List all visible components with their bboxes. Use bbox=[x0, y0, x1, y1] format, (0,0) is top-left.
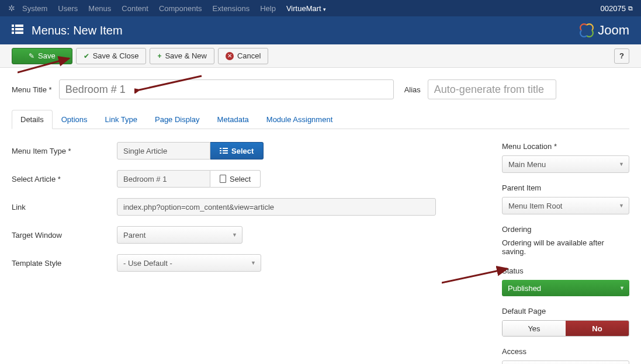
details-form: Menu Item Type * Single Article Select S… bbox=[12, 142, 479, 364]
chevron-down-icon: ▼ bbox=[232, 232, 237, 238]
template-style-value: - Use Default - bbox=[123, 259, 172, 268]
status-select[interactable]: Published ▼ bbox=[502, 280, 629, 296]
default-page-label: Default Page bbox=[502, 307, 629, 316]
tab-link-type[interactable]: Link Type bbox=[96, 110, 146, 129]
svg-rect-1 bbox=[15, 25, 23, 27]
nav-content[interactable]: Content bbox=[122, 4, 148, 13]
parent-item-select[interactable]: Menu Item Root ▼ bbox=[502, 197, 629, 214]
action-toolbar: ✎ Save ✔ Save & Close + Save & New ✕ Can… bbox=[0, 44, 641, 68]
joomla-glyph-icon: ✲ bbox=[8, 4, 15, 13]
template-style-label: Template Style bbox=[12, 259, 117, 268]
parent-item-label: Parent Item bbox=[502, 183, 629, 192]
default-page-no[interactable]: No bbox=[566, 321, 629, 336]
svg-rect-11 bbox=[223, 152, 228, 154]
target-window-select[interactable]: Parent ▼ bbox=[117, 226, 242, 244]
ordering-note: Ordering will be available after saving. bbox=[502, 238, 629, 256]
svg-rect-8 bbox=[220, 150, 221, 151]
status-value: Published bbox=[508, 284, 541, 293]
cancel-button[interactable]: ✕ Cancel bbox=[218, 48, 268, 64]
chevron-down-icon: ▼ bbox=[251, 260, 256, 266]
chevron-down-icon: ▼ bbox=[619, 161, 624, 167]
tab-bar: Details Options Link Type Page Display M… bbox=[12, 110, 629, 129]
caret-down-icon: ▾ bbox=[323, 6, 326, 12]
default-page-toggle: Yes No bbox=[502, 320, 629, 337]
link-value: index.php?option=com_content&view=articl… bbox=[117, 198, 436, 216]
list-icon bbox=[12, 25, 23, 37]
cancel-icon: ✕ bbox=[226, 52, 234, 60]
svg-rect-4 bbox=[12, 32, 14, 34]
svg-rect-2 bbox=[12, 28, 14, 30]
nav-help[interactable]: Help bbox=[260, 4, 276, 13]
joomla-brand-text: Joom bbox=[598, 23, 629, 38]
svg-rect-6 bbox=[220, 148, 221, 149]
tab-options[interactable]: Options bbox=[53, 110, 96, 129]
target-window-label: Target Window bbox=[12, 231, 117, 240]
select-article-action-label: Select bbox=[230, 175, 251, 183]
svg-rect-10 bbox=[220, 152, 221, 154]
menu-item-type-select-button[interactable]: Select bbox=[210, 142, 264, 160]
svg-rect-3 bbox=[15, 28, 23, 30]
nav-virtuemart[interactable]: VirtueMart▾ bbox=[286, 4, 326, 13]
tab-metadata[interactable]: Metadata bbox=[209, 110, 258, 129]
cancel-label: Cancel bbox=[237, 51, 261, 60]
help-button[interactable]: ? bbox=[614, 48, 629, 64]
ordering-label: Ordering bbox=[502, 225, 629, 234]
chevron-down-icon: ▼ bbox=[619, 285, 625, 291]
svg-rect-7 bbox=[223, 148, 228, 149]
menu-item-type-value: Single Article bbox=[117, 142, 210, 160]
external-link-icon: ⧉ bbox=[628, 5, 633, 12]
menu-location-value: Main Menu bbox=[508, 160, 546, 169]
joomla-logo-icon bbox=[579, 23, 594, 38]
menu-title-label: Menu Title * bbox=[12, 85, 52, 94]
tab-module-assignment[interactable]: Module Assignment bbox=[258, 110, 341, 129]
nav-system[interactable]: System bbox=[22, 4, 47, 13]
select-article-value: Bedroom # 1 bbox=[117, 170, 210, 188]
menu-location-select[interactable]: Main Menu ▼ bbox=[502, 155, 629, 173]
menu-location-label: Menu Location * bbox=[502, 142, 629, 151]
access-label: Access bbox=[502, 347, 629, 356]
admin-top-nav: ✲ System Users Menus Content Components … bbox=[0, 0, 641, 16]
alias-input[interactable] bbox=[428, 79, 556, 99]
save-label: Save bbox=[38, 51, 56, 60]
joomla-brand: Joom bbox=[579, 23, 629, 38]
check-icon: ✔ bbox=[84, 52, 89, 60]
svg-rect-9 bbox=[223, 150, 228, 151]
page-title: Menus: New Item bbox=[32, 24, 123, 37]
status-label: Status bbox=[502, 266, 629, 275]
template-style-select[interactable]: - Use Default - ▼ bbox=[117, 254, 261, 272]
chevron-down-icon: ▼ bbox=[619, 203, 624, 209]
main-area: Menu Item Type * Single Article Select S… bbox=[12, 142, 629, 364]
list-select-icon bbox=[220, 147, 228, 155]
tab-details[interactable]: Details bbox=[12, 110, 53, 129]
select-article-button[interactable]: Select bbox=[210, 170, 261, 188]
link-label: Link bbox=[12, 203, 117, 212]
title-row: Menu Title * Alias bbox=[12, 79, 629, 99]
site-id-link[interactable]: 002075 bbox=[601, 4, 626, 13]
alias-label: Alias bbox=[404, 85, 421, 94]
select-article-label: Select Article * bbox=[12, 175, 117, 183]
tab-page-display[interactable]: Page Display bbox=[146, 110, 209, 129]
select-article-group: Bedroom # 1 Select bbox=[117, 170, 479, 188]
nav-menus[interactable]: Menus bbox=[88, 4, 111, 13]
page-header: Menus: New Item Joom bbox=[0, 16, 641, 44]
default-page-yes[interactable]: Yes bbox=[503, 321, 566, 336]
nav-components[interactable]: Components bbox=[159, 4, 202, 13]
save-close-button[interactable]: ✔ Save & Close bbox=[76, 48, 147, 64]
nav-users[interactable]: Users bbox=[58, 4, 78, 13]
save-close-label: Save & Close bbox=[93, 51, 139, 60]
access-select[interactable]: Public ▼ bbox=[502, 360, 629, 364]
sidebar-form: Menu Location * Main Menu ▼ Parent Item … bbox=[502, 142, 629, 364]
menu-item-type-group: Single Article Select bbox=[117, 142, 479, 160]
nav-extensions[interactable]: Extensions bbox=[213, 4, 250, 13]
menu-title-input[interactable] bbox=[59, 79, 394, 99]
file-icon bbox=[220, 175, 226, 183]
svg-rect-0 bbox=[12, 25, 14, 27]
target-window-value: Parent bbox=[123, 231, 145, 240]
content-area: Menu Title * Alias Details Options Link … bbox=[0, 68, 641, 364]
plus-icon: + bbox=[157, 52, 161, 60]
parent-item-value: Menu Item Root bbox=[508, 202, 563, 210]
save-button[interactable]: ✎ Save bbox=[12, 48, 72, 64]
svg-rect-5 bbox=[15, 32, 23, 34]
save-new-button[interactable]: + Save & New bbox=[150, 48, 214, 64]
select-label: Select bbox=[231, 147, 254, 155]
